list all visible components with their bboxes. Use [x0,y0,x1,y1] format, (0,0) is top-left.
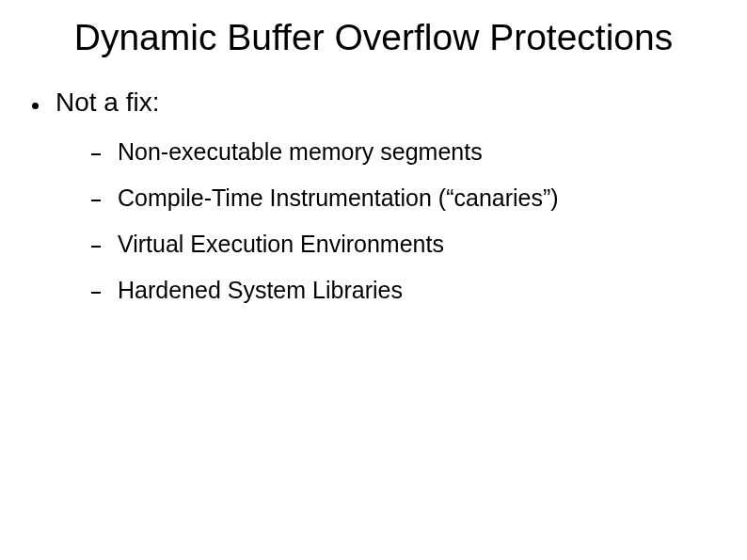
sub-bullet-text: Hardened System Libraries [118,277,403,304]
list-item: Compile-Time Instrumentation (“canaries”… [91,184,747,212]
sub-bullet-list: Non-executable memory segments Compile-T… [32,138,747,304]
main-bullet-row: Not a fix: [32,88,747,118]
list-item: Non-executable memory segments [91,138,747,166]
list-item: Hardened System Libraries [91,277,747,304]
sub-bullet-text: Virtual Execution Environments [118,231,444,258]
dash-icon [91,292,101,294]
list-item: Virtual Execution Environments [91,231,747,258]
slide-content: Not a fix: Non-executable memory segment… [0,59,747,304]
bullet-icon [32,103,39,109]
main-bullet-text: Not a fix: [56,88,159,118]
dash-icon [91,246,101,248]
sub-bullet-text: Non-executable memory segments [118,138,483,166]
dash-icon [91,153,101,155]
dash-icon [91,200,101,201]
slide-title: Dynamic Buffer Overflow Protections [0,0,747,59]
sub-bullet-text: Compile-Time Instrumentation (“canaries”… [118,184,559,212]
